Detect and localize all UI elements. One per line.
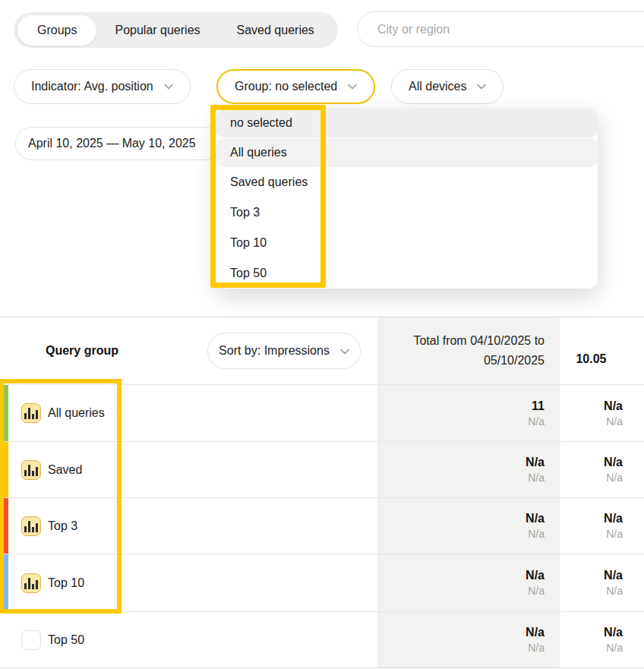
header-metric-cell: 10.05 xyxy=(560,317,644,384)
group-dropdown-menu: no selected All queries Saved queries To… xyxy=(216,109,598,289)
chevron-down-icon xyxy=(477,84,486,90)
checkbox-unchecked[interactable] xyxy=(21,630,41,650)
metric-column-header: 10.05 xyxy=(576,352,606,366)
metric-value: N/a xyxy=(604,399,623,413)
metric-subvalue: N/a xyxy=(606,415,623,428)
date-range-label: April 10, 2025 — May 10, 2025 xyxy=(28,137,196,150)
row-group-cell: Top 50 xyxy=(0,612,377,667)
chevron-down-icon xyxy=(164,84,173,90)
bar-chart-icon[interactable] xyxy=(21,516,41,536)
total-value: N/a xyxy=(526,569,545,582)
row-group-cell: Saved xyxy=(0,442,377,497)
dropdown-option-no-selected[interactable]: no selected xyxy=(216,109,598,137)
row-color-stripe xyxy=(4,385,8,441)
tab-popular-queries[interactable]: Popular queries xyxy=(96,12,218,48)
row-group-cell: Top 3 xyxy=(0,498,377,554)
row-total-cell: 11 N/a xyxy=(377,385,560,441)
dropdown-option-saved-queries[interactable]: Saved queries xyxy=(216,167,598,197)
table-header-row: Query group Sort by: Impressions Total f… xyxy=(0,317,644,384)
chevron-down-icon xyxy=(348,84,357,90)
date-range-picker[interactable]: April 10, 2025 — May 10, 2025 xyxy=(15,127,222,160)
metric-subvalue: N/a xyxy=(606,585,623,597)
row-color-stripe xyxy=(4,498,8,554)
row-total-cell: N/a N/a xyxy=(377,612,560,667)
row-total-cell: N/a N/a xyxy=(377,554,560,611)
bar-chart-icon[interactable] xyxy=(21,460,41,480)
metric-subvalue: N/a xyxy=(606,472,623,484)
chevron-down-icon xyxy=(340,344,349,358)
total-value: 11 xyxy=(532,399,545,413)
table-row[interactable]: Top 50 N/a N/a N/a N/a xyxy=(0,611,644,667)
table-row[interactable]: Top 10 N/a N/a N/a N/a xyxy=(0,554,644,611)
metric-value: N/a xyxy=(604,456,623,469)
header-query-group-cell: Query group Sort by: Impressions xyxy=(0,317,377,384)
total-column-header-line2: 05/10/2025 xyxy=(484,351,545,371)
row-label: Top 3 xyxy=(48,519,77,533)
total-subvalue: N/a xyxy=(528,642,545,654)
metric-value: N/a xyxy=(604,626,623,639)
metric-subvalue: N/a xyxy=(606,642,623,654)
total-value: N/a xyxy=(526,512,545,525)
indicator-filter-label: Indicator: Avg. position xyxy=(31,80,153,93)
total-subvalue: N/a xyxy=(528,585,545,597)
devices-filter-label: All devices xyxy=(409,80,466,93)
sort-by-dropdown[interactable]: Sort by: Impressions xyxy=(207,333,361,369)
query-groups-page: Groups Popular queries Saved queries Ind… xyxy=(0,0,644,669)
table-row[interactable]: Saved N/a N/a N/a N/a xyxy=(0,441,644,497)
view-tabbar: Groups Popular queries Saved queries xyxy=(14,12,338,48)
table-row[interactable]: All queries 11 N/a N/a N/a xyxy=(0,384,644,441)
city-region-input[interactable] xyxy=(357,11,644,47)
query-groups-table: Query group Sort by: Impressions Total f… xyxy=(0,317,644,668)
header-total-cell: Total from 04/10/2025 to 05/10/2025 xyxy=(377,317,560,384)
dropdown-option-top-50[interactable]: Top 50 xyxy=(216,258,598,289)
row-metric-cell: N/a N/a xyxy=(560,612,644,667)
row-label: Saved xyxy=(48,463,82,477)
table-row[interactable]: Top 3 N/a N/a N/a N/a xyxy=(0,497,644,554)
row-total-cell: N/a N/a xyxy=(377,498,560,554)
row-total-cell: N/a N/a xyxy=(377,442,560,497)
row-color-stripe xyxy=(4,554,8,611)
row-metric-cell: N/a N/a xyxy=(560,498,644,554)
metric-value: N/a xyxy=(604,512,623,525)
total-subvalue: N/a xyxy=(528,415,545,428)
group-filter-label: Group: no selected xyxy=(235,80,337,93)
row-label: All queries xyxy=(48,406,105,420)
tab-saved-queries[interactable]: Saved queries xyxy=(219,12,333,48)
query-group-header-label: Query group xyxy=(46,344,118,358)
dropdown-option-top-10[interactable]: Top 10 xyxy=(216,228,598,258)
total-subvalue: N/a xyxy=(528,472,545,484)
bar-chart-icon[interactable] xyxy=(21,403,41,423)
metric-value: N/a xyxy=(604,569,623,582)
metric-subvalue: N/a xyxy=(606,528,623,540)
row-group-cell: Top 10 xyxy=(0,554,377,611)
indicator-filter-dropdown[interactable]: Indicator: Avg. position xyxy=(14,69,191,104)
sort-by-label: Sort by: Impressions xyxy=(219,344,330,358)
total-value: N/a xyxy=(526,456,545,469)
total-column-header-line1: Total from 04/10/2025 to xyxy=(413,331,545,351)
dropdown-option-all-queries[interactable]: All queries xyxy=(216,138,598,167)
group-filter-dropdown[interactable]: Group: no selected xyxy=(216,69,375,104)
row-metric-cell: N/a N/a xyxy=(560,442,644,497)
devices-filter-dropdown[interactable]: All devices xyxy=(391,69,504,104)
tab-groups[interactable]: Groups xyxy=(17,15,96,46)
row-label: Top 50 xyxy=(48,633,84,647)
total-subvalue: N/a xyxy=(528,528,545,540)
row-color-stripe xyxy=(4,442,8,497)
total-value: N/a xyxy=(526,626,545,639)
row-metric-cell: N/a N/a xyxy=(560,385,644,441)
row-group-cell: All queries xyxy=(0,385,377,441)
dropdown-option-top-3[interactable]: Top 3 xyxy=(216,197,598,228)
row-label: Top 10 xyxy=(48,576,84,590)
row-metric-cell: N/a N/a xyxy=(560,554,644,611)
bar-chart-icon[interactable] xyxy=(21,573,41,593)
